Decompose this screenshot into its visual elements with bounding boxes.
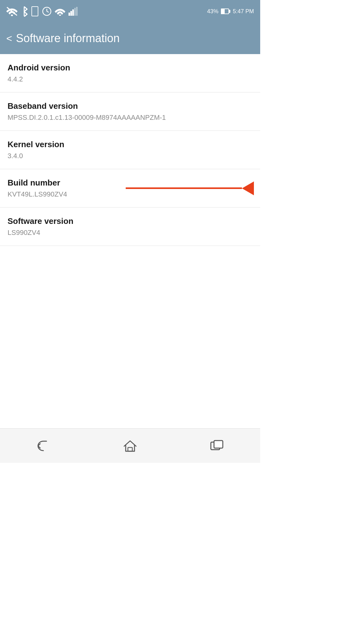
kernel-version-item: Kernel version 3.4.0: [0, 131, 260, 169]
content-area: Android version 4.4.2 Baseband version M…: [0, 54, 260, 246]
battery-percent: 43%: [207, 8, 218, 15]
svg-rect-10: [74, 8, 76, 16]
svg-rect-9: [72, 9, 74, 16]
svg-rect-14: [229, 10, 230, 13]
svg-rect-13: [221, 9, 224, 14]
baseband-version-value: MPSS.DI.2.0.1.c1.13-00009-M8974AAAAANPZM…: [8, 114, 253, 122]
recent-nav-icon: [210, 439, 224, 452]
svg-rect-7: [69, 13, 70, 16]
status-bar: 43% 5:47 PM: [0, 0, 260, 23]
kernel-version-value: 3.4.0: [8, 152, 253, 160]
svg-rect-15: [128, 447, 132, 451]
status-bar-right: 43% 5:47 PM: [207, 8, 254, 15]
time-display: 5:47 PM: [233, 8, 254, 15]
wifi-disabled-icon: [6, 7, 18, 16]
svg-rect-11: [76, 7, 78, 16]
home-nav-button[interactable]: [118, 436, 143, 455]
svg-rect-8: [70, 11, 72, 16]
screen-icon: [31, 6, 39, 16]
battery-icon: [221, 8, 230, 14]
title-bar: < Software information: [0, 23, 260, 54]
home-nav-icon: [123, 439, 137, 452]
bluetooth-icon: [21, 6, 28, 17]
svg-rect-17: [214, 441, 223, 448]
arrow-line: [126, 187, 242, 189]
signal-icon: [69, 7, 78, 16]
back-nav-button[interactable]: [31, 436, 56, 455]
android-version-value: 4.4.2: [8, 75, 253, 83]
android-version-label: Android version: [8, 63, 253, 73]
software-version-item: Software version LS990ZV4: [0, 208, 260, 246]
kernel-version-label: Kernel version: [8, 140, 253, 149]
recent-nav-button[interactable]: [204, 436, 229, 455]
nav-bar: [0, 428, 260, 463]
wifi-icon: [55, 7, 65, 16]
arrow-head: [242, 181, 254, 195]
software-version-value: LS990ZV4: [8, 229, 253, 237]
page-title: Software information: [16, 32, 120, 45]
svg-line-5: [47, 11, 49, 12]
build-number-item: Build number KVT49L.LS990ZV4: [0, 169, 260, 208]
svg-point-6: [59, 14, 61, 16]
software-version-label: Software version: [8, 216, 253, 226]
baseband-version-item: Baseband version MPSS.DI.2.0.1.c1.13-000…: [0, 92, 260, 131]
status-bar-left: [6, 6, 78, 17]
clock-icon: [42, 7, 52, 16]
android-version-item: Android version 4.4.2: [0, 54, 260, 92]
svg-point-0: [11, 14, 13, 16]
arrow-annotation: [126, 181, 254, 195]
back-nav-icon: [36, 440, 51, 452]
svg-rect-2: [32, 7, 38, 16]
baseband-version-label: Baseband version: [8, 101, 253, 111]
back-button[interactable]: <: [6, 33, 12, 44]
